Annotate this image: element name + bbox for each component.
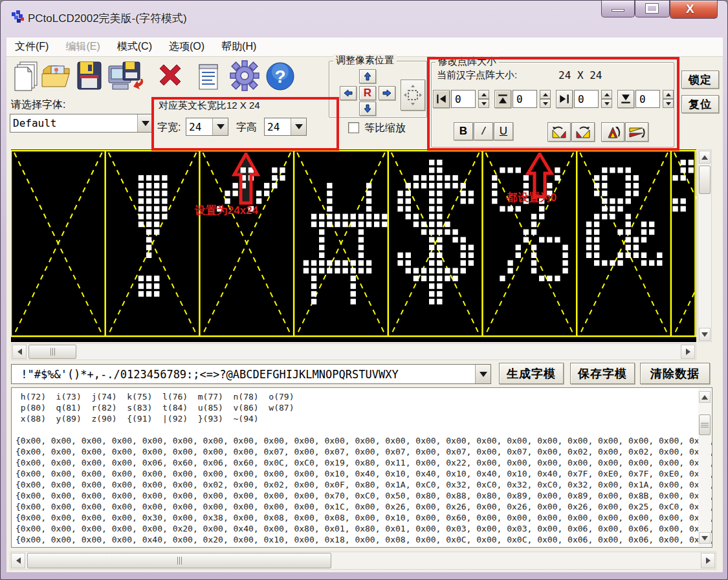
proportional-scale-checkbox[interactable] [348,122,359,133]
new-document-button[interactable] [11,59,42,93]
report-notepad-icon [193,59,224,93]
menu-mode[interactable]: 模式(C) [109,40,160,54]
char-width-value[interactable] [186,118,212,135]
scrollbar-thumb[interactable] [699,166,711,194]
trim-top-value[interactable] [513,91,536,107]
underline-button[interactable]: U [494,122,513,140]
flip-vertical-button[interactable] [601,122,624,142]
trim-left-spinner[interactable] [478,90,489,108]
trim-right-field[interactable] [574,90,599,108]
help-button[interactable]: ? [265,59,296,93]
output-vertical-scrollbar[interactable] [698,389,711,546]
scroll-down-button[interactable] [699,532,711,544]
font-select-combo[interactable] [10,114,153,133]
report-button[interactable] [193,59,224,93]
char-list-combo[interactable] [11,364,491,384]
move-down-button[interactable] [359,102,376,116]
menu-options[interactable]: 选项(O) [160,40,213,54]
char-width-dropdown-button[interactable] [212,118,228,135]
svg-text:?: ? [274,67,285,87]
minimize-button[interactable] [601,1,635,17]
spinner-down-button[interactable] [601,99,612,108]
arrow-up-icon [363,72,372,81]
spinner-up-button[interactable] [663,90,674,99]
reset-button[interactable]: 复位 [681,95,719,113]
move-left-button[interactable] [340,86,357,100]
triangle-up-icon [666,93,671,96]
preview-vertical-scrollbar[interactable] [698,149,712,342]
scroll-left-button[interactable] [11,553,25,568]
export-to-disk-button[interactable] [106,59,146,93]
reset-position-button[interactable]: R [359,86,376,100]
trim-right-value[interactable] [575,91,598,107]
preview-canvas[interactable] [11,149,696,342]
menu-help[interactable]: 帮助(H) [213,40,265,54]
scroll-down-button[interactable] [699,328,711,341]
title-bar[interactable]: PCtoLCD2002完美版-(字符模式) X [1,1,727,38]
trim-right-spinner[interactable] [601,90,612,108]
bold-button[interactable]: B [454,122,473,140]
trim-left-field[interactable] [451,90,476,108]
spinner-up-button[interactable] [478,90,489,99]
triangle-right-icon [706,557,711,564]
spinner-down-button[interactable] [663,99,674,108]
font-select-dropdown-button[interactable] [137,114,153,132]
save-font-button[interactable]: 保存字模 [570,363,635,384]
settings-button[interactable] [229,59,260,93]
spinner-down-button[interactable] [478,99,489,108]
char-list-dropdown-button[interactable] [475,365,491,383]
scrollbar-thumb[interactable] [699,414,711,435]
triangle-down-icon [701,332,708,337]
trim-top-spinner[interactable] [540,90,551,108]
char-height-value[interactable] [265,118,291,135]
open-file-button[interactable] [41,59,72,93]
generate-font-button[interactable]: 生成字模 [499,363,564,384]
triangle-down-icon [604,102,610,105]
lock-button[interactable]: 锁定 [681,70,719,89]
bottom-horizontal-scrollbar[interactable] [10,552,716,570]
scroll-left-button[interactable] [12,345,27,359]
font-select-value[interactable] [10,114,137,132]
trim-bottom-button[interactable] [617,90,634,108]
scroll-up-button[interactable] [699,391,711,403]
delete-button[interactable] [155,61,186,94]
scroll-right-button[interactable] [681,345,695,359]
save-button[interactable] [74,59,105,93]
char-height-combo[interactable] [264,118,307,136]
trim-top-field[interactable] [513,90,537,108]
trim-bottom-spinner[interactable] [663,90,674,108]
scrollbar-thumb[interactable] [27,553,331,568]
char-list-value[interactable] [12,365,475,383]
triangle-down-icon [701,536,708,541]
rotate-right-button[interactable] [571,122,595,142]
annotation-text-matrix: 都设置为0 [507,190,557,205]
preview-horizontal-scrollbar[interactable] [11,343,696,360]
spinner-up-button[interactable] [601,90,612,99]
scroll-up-button[interactable] [699,151,711,164]
rotate-right-icon [575,125,591,139]
scrollbar-thumb[interactable] [28,345,76,359]
maximize-button[interactable] [635,1,670,17]
move-right-button[interactable] [379,86,395,100]
trim-left-button[interactable] [433,90,450,108]
output-area[interactable]: h(72) i(73) j(74) k(75) l(76) m(77) n(78… [11,387,712,548]
spinner-up-button[interactable] [540,90,551,99]
scroll-right-button[interactable] [701,553,715,568]
close-button[interactable]: X [670,1,718,19]
flip-horizontal-button[interactable] [625,122,648,142]
italic-button[interactable]: / [474,122,493,140]
clear-data-button[interactable]: 清除数据 [640,363,710,384]
rotate-left-button[interactable] [547,122,571,142]
trim-top-button[interactable] [494,90,511,108]
spinner-down-button[interactable] [540,99,551,108]
center-glyph-button[interactable] [401,80,425,111]
menu-file[interactable]: 文件(F) [6,40,57,54]
export-to-disk-icon [106,59,146,93]
trim-bottom-field[interactable] [635,90,660,108]
trim-right-button[interactable] [556,90,573,108]
trim-left-value[interactable] [452,91,475,107]
move-up-button[interactable] [359,69,376,83]
trim-bottom-value[interactable] [636,91,659,107]
char-height-dropdown-button[interactable] [291,118,306,135]
char-width-combo[interactable] [186,118,228,136]
